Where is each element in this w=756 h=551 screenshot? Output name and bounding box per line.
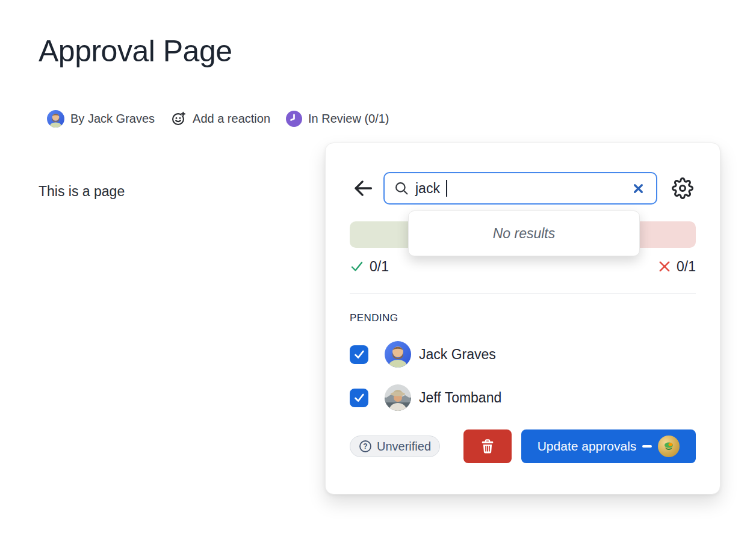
footer-actions: Update approvals [463, 429, 696, 463]
approvals-popup: jack 0/1 [325, 143, 720, 494]
approved-count: 0/1 [350, 259, 389, 275]
checkbox-check-icon [353, 391, 366, 404]
settings-button[interactable] [669, 175, 696, 202]
update-approvals-button[interactable]: Update approvals [521, 429, 696, 463]
svg-text:?: ? [363, 442, 367, 451]
popup-header: jack [350, 172, 696, 205]
question-circle-icon: ? [359, 440, 372, 453]
no-results-text: No results [493, 226, 556, 242]
author-avatar [47, 110, 64, 128]
add-reaction-label: Add a reaction [193, 112, 270, 126]
approved-count-label: 0/1 [370, 259, 389, 275]
user-avatar [385, 384, 411, 411]
clock-icon [286, 111, 302, 127]
search-icon [394, 180, 409, 196]
unverified-badge[interactable]: ? Unverified [350, 436, 440, 457]
user-checkbox[interactable] [350, 345, 368, 364]
approval-counts-row: 0/1 0/1 [350, 257, 696, 276]
user-name: Jack Graves [419, 346, 496, 363]
dash-decoration [642, 445, 652, 448]
add-reaction-button[interactable]: Add a reaction [170, 111, 270, 127]
clear-search-button[interactable] [629, 179, 647, 197]
rejected-count-label: 0/1 [677, 259, 696, 275]
check-icon [350, 259, 364, 274]
x-icon [633, 183, 644, 194]
review-status-label: In Review (0/1) [308, 112, 389, 126]
pending-user-row[interactable]: Jeff Tomband [350, 384, 696, 411]
rejected-count: 0/1 [658, 259, 696, 275]
gear-icon [672, 177, 693, 199]
author-label: By Jack Graves [70, 112, 155, 126]
page-title: Approval Page [39, 34, 232, 69]
user-avatar [385, 341, 411, 368]
section-divider [350, 294, 696, 294]
byline: By Jack Graves Add a reaction In Review … [47, 110, 389, 128]
review-status-badge[interactable]: In Review (0/1) [286, 111, 389, 127]
cross-icon [658, 260, 671, 273]
page-body-text: This is a page [39, 183, 125, 200]
search-value: jack [415, 180, 440, 197]
popup-footer: ? Unverified Update approvals [350, 429, 696, 463]
user-name: Jeff Tomband [419, 390, 501, 406]
checkbox-check-icon [353, 348, 366, 361]
update-approvals-label: Update approvals [538, 439, 637, 454]
search-input[interactable]: jack [383, 172, 657, 205]
byline-author[interactable]: By Jack Graves [47, 110, 155, 128]
pending-user-row[interactable]: Jack Graves [350, 341, 696, 368]
delete-button[interactable] [463, 429, 512, 463]
approval-page: { "page": { "title": "Approval Page", "b… [0, 0, 756, 551]
coin-emoji-icon [658, 436, 680, 457]
pending-heading: PENDING [350, 312, 696, 324]
add-reaction-icon [170, 111, 187, 127]
text-caret [446, 180, 447, 197]
unverified-label: Unverified [377, 440, 431, 454]
arrow-left-icon [352, 177, 374, 200]
trash-icon [479, 437, 497, 455]
search-results-dropdown: No results [408, 211, 640, 256]
user-checkbox[interactable] [350, 389, 368, 407]
back-button[interactable] [350, 175, 376, 202]
